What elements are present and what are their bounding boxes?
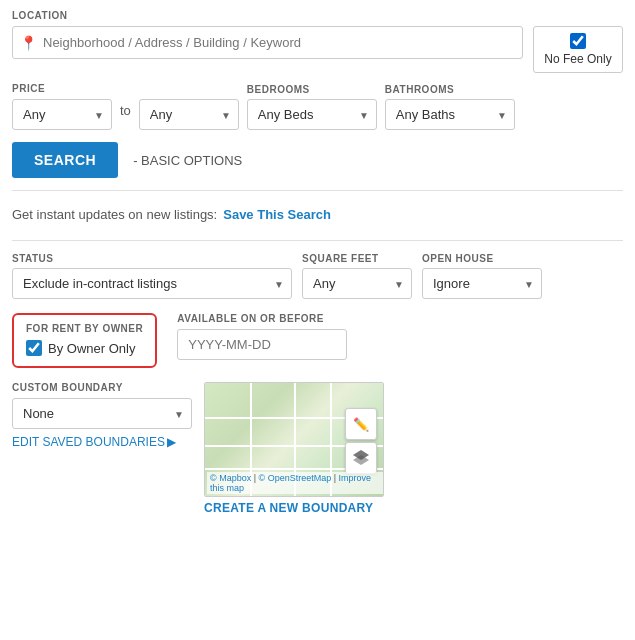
action-row: SEARCH - BASIC OPTIONS — [12, 142, 623, 178]
mapbox-link[interactable]: © Mapbox — [210, 473, 251, 483]
no-fee-box: No Fee Only — [533, 26, 623, 73]
advanced-section: STATUS Exclude in-contract listings All … — [12, 249, 623, 515]
available-group: AVAILABLE ON OR BEFORE — [177, 313, 347, 360]
map-attribution: © Mapbox | © OpenStreetMap | Improve thi… — [207, 472, 383, 494]
by-owner-checkbox[interactable] — [26, 340, 42, 356]
price-to-select[interactable]: Any $500 $1000 $1500 $2000 — [139, 99, 239, 130]
search-button[interactable]: SEARCH — [12, 142, 118, 178]
map-layers-button[interactable] — [345, 442, 377, 474]
boundary-select[interactable]: None Saved Boundary 1 — [12, 398, 192, 429]
by-owner-text: By Owner Only — [48, 341, 135, 356]
openhouse-select-wrap: Ignore This Weekend Next 7 Days ▼ — [422, 268, 542, 299]
bathrooms-select[interactable]: Any Baths 1 Bath 2 Baths 3+ Baths — [385, 99, 515, 130]
location-section: LOCATION 📍 No Fee Only — [12, 10, 623, 73]
edit-saved-text: EDIT SAVED BOUNDARIES — [12, 435, 165, 449]
bedrooms-label: BEDROOMS — [247, 84, 377, 95]
status-label: STATUS — [12, 253, 292, 264]
bedrooms-select[interactable]: Any Beds Studio 1 Bed 2 Beds 3 Beds 4+ B… — [247, 99, 377, 130]
price-label: PRICE — [12, 83, 239, 94]
for-rent-label: FOR RENT BY OWNER — [26, 323, 143, 334]
bedrooms-group: BEDROOMS Any Beds Studio 1 Bed 2 Beds 3 … — [247, 84, 377, 130]
edit-saved-boundaries-link[interactable]: EDIT SAVED BOUNDARIES ▶ — [12, 435, 192, 449]
layers-icon — [352, 448, 370, 469]
svg-marker-1 — [353, 455, 369, 465]
price-to-label: to — [118, 103, 133, 118]
bedrooms-select-wrap: Any Beds Studio 1 Bed 2 Beds 3 Beds 4+ B… — [247, 99, 377, 130]
bathrooms-select-wrap: Any Baths 1 Bath 2 Baths 3+ Baths ▼ — [385, 99, 515, 130]
sqft-select-wrap: Any 500+ 750+ 1000+ 1500+ 2000+ ▼ — [302, 268, 412, 299]
status-select[interactable]: Exclude in-contract listings All listing… — [12, 268, 292, 299]
save-search-link[interactable]: Save This Search — [223, 207, 331, 222]
bathrooms-group: BATHROOMS Any Baths 1 Bath 2 Baths 3+ Ba… — [385, 84, 515, 130]
price-inputs: Any $500 $1000 $1500 $2000 ▼ to Any $500… — [12, 99, 239, 130]
location-input-wrap: 📍 — [12, 26, 523, 59]
map-draw-button[interactable]: ✏️ — [345, 408, 377, 440]
available-label: AVAILABLE ON OR BEFORE — [177, 313, 347, 324]
price-to-wrap: Any $500 $1000 $1500 $2000 ▼ — [139, 99, 239, 130]
price-from-wrap: Any $500 $1000 $1500 $2000 ▼ — [12, 99, 112, 130]
location-row: 📍 No Fee Only — [12, 26, 623, 73]
sqft-group: SQUARE FEET Any 500+ 750+ 1000+ 1500+ 20… — [302, 253, 412, 299]
create-new-boundary-link[interactable]: CREATE A NEW BOUNDARY — [204, 501, 373, 515]
no-fee-checkbox[interactable] — [570, 33, 586, 49]
boundary-label: CUSTOM BOUNDARY — [12, 382, 192, 393]
boundary-left: CUSTOM BOUNDARY None Saved Boundary 1 ▼ … — [12, 382, 192, 449]
location-pin-icon: 📍 — [20, 35, 37, 51]
available-date-input[interactable] — [177, 329, 347, 360]
for-rent-box: FOR RENT BY OWNER By Owner Only — [12, 313, 157, 368]
status-sqft-row: STATUS Exclude in-contract listings All … — [12, 253, 623, 299]
price-beds-row: PRICE Any $500 $1000 $1500 $2000 ▼ to An… — [12, 83, 623, 130]
openhouse-label: OPEN HOUSE — [422, 253, 542, 264]
location-label: LOCATION — [12, 10, 623, 21]
divider-1 — [12, 190, 623, 191]
no-fee-label: No Fee Only — [544, 52, 611, 66]
status-select-wrap: Exclude in-contract listings All listing… — [12, 268, 292, 299]
search-form: LOCATION 📍 No Fee Only PRICE Any $500 — [0, 0, 635, 533]
by-owner-label[interactable]: By Owner Only — [26, 340, 143, 356]
openhouse-select[interactable]: Ignore This Weekend Next 7 Days — [422, 268, 542, 299]
for-rent-row: FOR RENT BY OWNER By Owner Only AVAILABL… — [12, 313, 623, 368]
price-group: PRICE Any $500 $1000 $1500 $2000 ▼ to An… — [12, 83, 239, 130]
openhouse-group: OPEN HOUSE Ignore This Weekend Next 7 Da… — [422, 253, 542, 299]
sqft-label: SQUARE FEET — [302, 253, 412, 264]
location-input[interactable] — [12, 26, 523, 59]
custom-boundary-row: CUSTOM BOUNDARY None Saved Boundary 1 ▼ … — [12, 382, 623, 515]
map-section: ✏️ © Mapbox | © OpenStreetMa — [204, 382, 384, 515]
sqft-select[interactable]: Any 500+ 750+ 1000+ 1500+ 2000+ — [302, 268, 412, 299]
status-group: STATUS Exclude in-contract listings All … — [12, 253, 292, 299]
instant-updates-text: Get instant updates on new listings: — [12, 207, 217, 222]
price-from-select[interactable]: Any $500 $1000 $1500 $2000 — [12, 99, 112, 130]
basic-options-link[interactable]: - BASIC OPTIONS — [133, 153, 242, 168]
instant-updates-row: Get instant updates on new listings: Sav… — [12, 199, 623, 232]
bathrooms-label: BATHROOMS — [385, 84, 515, 95]
boundary-select-wrap: None Saved Boundary 1 ▼ — [12, 398, 192, 429]
pencil-icon: ✏️ — [353, 417, 369, 432]
map-container: ✏️ © Mapbox | © OpenStreetMa — [204, 382, 384, 497]
divider-2 — [12, 240, 623, 241]
edit-saved-arrow-icon: ▶ — [167, 435, 176, 449]
osm-link[interactable]: © OpenStreetMap — [259, 473, 332, 483]
